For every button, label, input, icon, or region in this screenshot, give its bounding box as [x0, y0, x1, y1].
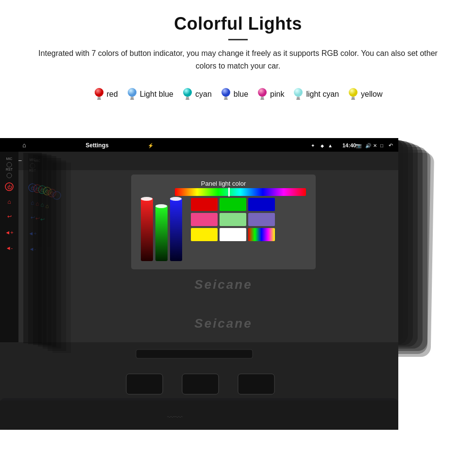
svg-text:🔊: 🔊	[365, 142, 372, 149]
svg-text:⚡: ⚡	[148, 142, 154, 149]
svg-rect-89	[238, 374, 274, 394]
svg-text:14:40: 14:40	[342, 142, 356, 148]
svg-text:Settings: Settings	[85, 142, 109, 149]
lightcyan-bulb-icon	[293, 88, 304, 101]
svg-point-57	[141, 197, 153, 201]
blue-bulb-icon	[221, 88, 231, 101]
svg-rect-7	[130, 99, 134, 100]
svg-text:▲: ▲	[328, 143, 333, 148]
svg-rect-62	[248, 198, 275, 211]
description-text: Integrated with 7 colors of button indic…	[29, 47, 447, 72]
svg-rect-66	[191, 228, 218, 241]
svg-rect-16	[260, 99, 264, 100]
svg-rect-10	[186, 99, 189, 100]
color-label-red: red	[107, 90, 118, 99]
svg-point-5	[128, 88, 136, 97]
svg-rect-9	[186, 97, 189, 99]
svg-rect-19	[296, 99, 300, 100]
svg-rect-22	[351, 99, 355, 100]
svg-point-20	[349, 88, 357, 97]
svg-rect-68	[248, 228, 275, 241]
svg-rect-61	[220, 198, 246, 211]
svg-text:〰〰: 〰〰	[167, 413, 183, 422]
color-label-blue: blue	[234, 90, 248, 99]
svg-text:⏻: ⏻	[7, 185, 12, 190]
color-label-pink: pink	[270, 90, 284, 99]
svg-text:◄-: ◄-	[6, 245, 13, 251]
svg-text:Seicane: Seicane	[194, 277, 252, 292]
svg-rect-87	[126, 374, 163, 394]
svg-rect-64	[220, 213, 246, 226]
svg-text:Panel light color: Panel light color	[201, 180, 246, 187]
color-item-lightcyan: light cyan	[293, 88, 339, 101]
svg-rect-55	[155, 205, 168, 261]
color-item-blue: blue	[221, 88, 248, 101]
color-label-lightblue: Light blue	[140, 90, 173, 99]
svg-rect-65	[248, 213, 275, 226]
svg-point-58	[155, 204, 167, 208]
svg-rect-91	[0, 410, 398, 430]
svg-text:↩: ↩	[7, 213, 12, 219]
svg-rect-12	[224, 97, 227, 99]
svg-rect-18	[297, 97, 300, 99]
svg-rect-13	[224, 99, 228, 100]
page-wrapper: Colorful Lights Integrated with 7 colors…	[0, 0, 476, 457]
svg-text:⌂: ⌂	[7, 198, 11, 205]
color-item-pink: pink	[257, 88, 284, 101]
svg-rect-67	[220, 228, 246, 241]
color-label-yellow: yellow	[361, 90, 382, 99]
main-image-area: ⌂ Settings ⚡ ✦ ◆ ▲ 14:40 📷 🔊 ✕	[0, 109, 476, 430]
svg-text:✕: ✕	[373, 143, 377, 148]
svg-rect-21	[352, 97, 355, 99]
svg-rect-86	[136, 350, 253, 358]
svg-point-8	[183, 88, 192, 97]
color-labels-row: red Light blue cyan	[0, 88, 476, 101]
svg-rect-53	[228, 188, 230, 196]
device-illustration: ⌂ Settings ⚡ ✦ ◆ ▲ 14:40 📷 🔊 ✕	[0, 109, 476, 430]
header-section: Colorful Lights Integrated with 7 colors…	[0, 0, 476, 84]
cyan-bulb-icon	[182, 88, 193, 101]
svg-rect-60	[191, 198, 218, 211]
svg-point-1	[95, 88, 103, 97]
svg-text:RST: RST	[6, 168, 13, 171]
svg-text:MIC: MIC	[6, 157, 13, 160]
svg-text:↶: ↶	[389, 142, 393, 148]
svg-rect-52	[175, 188, 306, 196]
svg-point-17	[294, 88, 303, 97]
color-item-lightblue: Light blue	[127, 88, 173, 101]
svg-text:□: □	[380, 143, 383, 148]
svg-rect-6	[131, 97, 134, 99]
svg-text:◄+: ◄+	[5, 229, 13, 235]
title-divider	[228, 39, 248, 40]
svg-point-14	[258, 88, 267, 97]
color-label-cyan: cyan	[195, 90, 212, 99]
svg-rect-56	[170, 198, 182, 261]
svg-rect-34	[0, 145, 398, 152]
svg-point-11	[221, 88, 230, 97]
svg-rect-54	[141, 198, 153, 261]
pink-bulb-icon	[257, 88, 268, 101]
svg-rect-2	[98, 97, 101, 99]
svg-point-59	[170, 197, 182, 201]
color-item-yellow: yellow	[348, 88, 382, 101]
red-bulb-icon	[94, 88, 104, 101]
svg-rect-3	[97, 99, 101, 100]
lightblue-bulb-icon	[127, 88, 137, 101]
yellow-bulb-icon	[348, 88, 358, 101]
svg-rect-63	[191, 213, 218, 226]
svg-text:◆: ◆	[321, 143, 324, 148]
svg-text:📷: 📷	[356, 142, 362, 149]
color-label-lightcyan: light cyan	[306, 90, 339, 99]
svg-text:⌂: ⌂	[22, 141, 26, 149]
svg-rect-88	[182, 374, 219, 394]
svg-text:Seicane: Seicane	[194, 316, 252, 331]
color-item-cyan: cyan	[182, 88, 212, 101]
svg-rect-123	[52, 162, 71, 353]
page-title: Colorful Lights	[19, 14, 457, 34]
svg-rect-15	[261, 97, 264, 99]
svg-text:✦: ✦	[311, 143, 315, 148]
color-item-red: red	[94, 88, 118, 101]
